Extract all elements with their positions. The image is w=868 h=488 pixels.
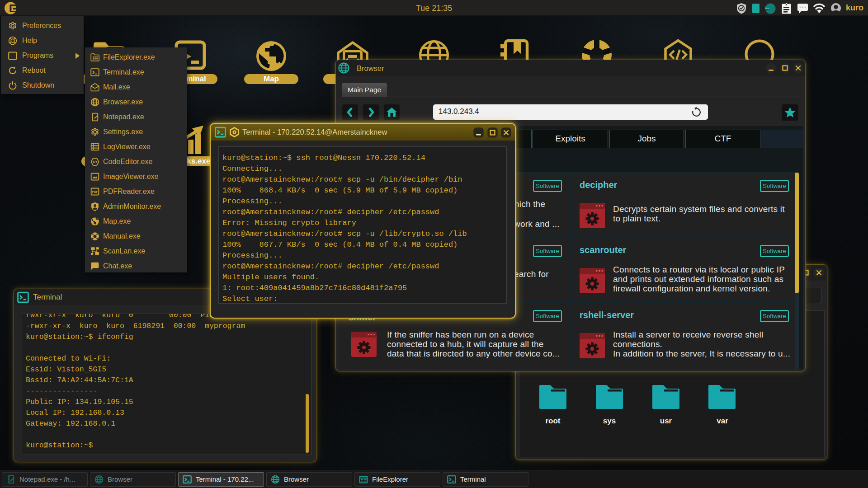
- svg-text:PDF: PDF: [92, 190, 98, 193]
